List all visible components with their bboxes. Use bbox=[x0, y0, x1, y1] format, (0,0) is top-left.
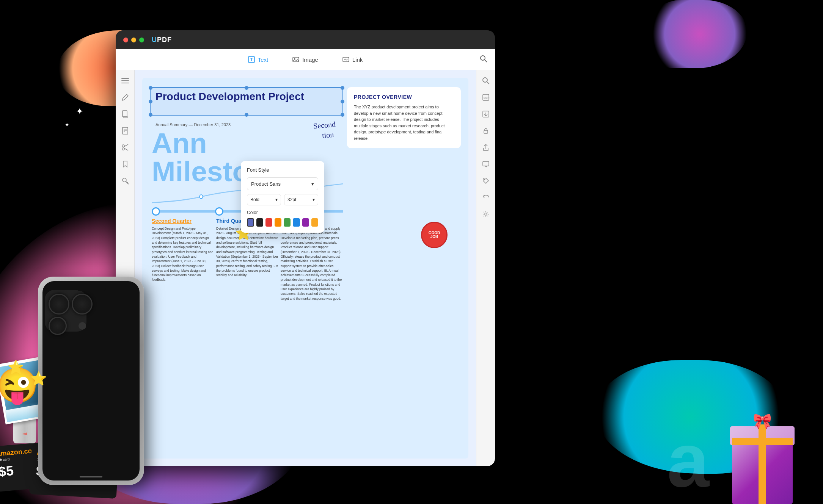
svg-rect-30 bbox=[483, 161, 489, 166]
project-title: Product Development Project bbox=[155, 91, 341, 103]
svg-rect-8 bbox=[121, 80, 129, 81]
power-bank-logo: mi bbox=[22, 432, 27, 436]
svg-point-5 bbox=[481, 56, 485, 60]
window-dot-minimize[interactable] bbox=[131, 38, 136, 42]
font-size-value: 32pt bbox=[287, 197, 296, 202]
right-sidebar-icon-share[interactable] bbox=[481, 142, 491, 152]
font-name-value: Product Sans bbox=[251, 181, 281, 187]
sparkle-1: ✦ bbox=[76, 106, 83, 117]
svg-rect-9 bbox=[121, 83, 129, 83]
annual-summary: Annual Summary — December 31, 2023 bbox=[155, 122, 231, 127]
pdf-page: Product Development Project Annual Summa… bbox=[142, 78, 468, 459]
right-sidebar-icon-tag[interactable] bbox=[481, 176, 491, 186]
right-sidebar-icon-refresh[interactable] bbox=[481, 193, 491, 202]
color-swatch-blue[interactable] bbox=[293, 218, 300, 227]
link-label: Link bbox=[352, 56, 363, 63]
svg-text:OCR: OCR bbox=[484, 97, 490, 99]
size-chevron: ▾ bbox=[313, 197, 315, 202]
selection-handle-tl[interactable] bbox=[149, 86, 152, 90]
color-swatch-red[interactable] bbox=[265, 218, 272, 227]
app-name-suffix: PDF bbox=[157, 36, 172, 44]
handwritten-second: Second bbox=[313, 120, 336, 130]
selection-handle-tm[interactable] bbox=[245, 86, 248, 90]
window-dot-fullscreen[interactable] bbox=[139, 38, 144, 42]
sidebar-icon-scissors[interactable] bbox=[120, 142, 130, 152]
gift-box: 🎀 bbox=[732, 428, 793, 504]
svg-point-33 bbox=[199, 195, 203, 199]
sidebar-icon-bookmark[interactable] bbox=[120, 159, 130, 169]
app-name: UPDF bbox=[152, 36, 172, 44]
toolbar-text-btn[interactable]: T Text bbox=[243, 54, 273, 65]
selection-handle-br[interactable] bbox=[341, 113, 344, 117]
large-bg-text: AnnMilesto bbox=[152, 129, 250, 186]
font-popup-title: Font Style bbox=[247, 167, 318, 173]
font-name-select[interactable]: Product Sans ▾ bbox=[247, 177, 318, 190]
image-label: Image bbox=[302, 56, 318, 63]
sidebar-icon-edit[interactable] bbox=[120, 92, 130, 102]
window-controls bbox=[123, 38, 144, 42]
camera-lens-2 bbox=[72, 294, 93, 315]
right-sidebar-icon-download[interactable] bbox=[481, 109, 491, 119]
color-swatch-indigo[interactable] bbox=[247, 218, 254, 227]
timeline-dot-1 bbox=[152, 207, 160, 216]
window-dot-close[interactable] bbox=[123, 38, 128, 42]
svg-rect-12 bbox=[123, 127, 128, 134]
font-style-value: Bold bbox=[250, 197, 259, 202]
right-sidebar-icon-search[interactable] bbox=[481, 76, 491, 86]
color-swatches bbox=[247, 218, 318, 227]
flash bbox=[79, 322, 86, 330]
good-job-line2: JOB bbox=[430, 235, 438, 239]
camera-lens-3 bbox=[49, 317, 67, 335]
bg-blob-purple-top-right bbox=[652, 0, 747, 68]
svg-text:T: T bbox=[250, 58, 253, 62]
svg-rect-10 bbox=[123, 111, 127, 117]
right-sidebar-icon-lock[interactable] bbox=[481, 126, 491, 136]
star-left: ⭐ bbox=[8, 360, 24, 375]
color-swatch-yellow[interactable] bbox=[311, 218, 318, 227]
project-overview-text: The XYZ product development project aims… bbox=[354, 104, 454, 141]
sidebar-icon-menu[interactable] bbox=[120, 76, 130, 86]
selection-handle-ml[interactable] bbox=[149, 100, 152, 103]
font-select-chevron: ▾ bbox=[311, 181, 314, 187]
image-icon bbox=[292, 56, 299, 63]
sidebar-icon-pages[interactable] bbox=[120, 109, 130, 119]
subtitle-text: Annual Summary bbox=[155, 122, 187, 127]
color-swatch-orange[interactable] bbox=[275, 218, 281, 227]
subtitle-sep: — bbox=[188, 122, 194, 127]
timeline-dot-2 bbox=[215, 207, 223, 216]
svg-point-31 bbox=[484, 179, 485, 180]
selection-handle-tr[interactable] bbox=[341, 86, 344, 90]
svg-point-3 bbox=[294, 58, 295, 59]
svg-line-18 bbox=[124, 144, 128, 147]
date-text: December 31, 2023 bbox=[194, 122, 231, 127]
right-sidebar-icon-settings[interactable] bbox=[481, 209, 491, 219]
phone-notch bbox=[76, 283, 106, 291]
toolbar-link-btn[interactable]: Link bbox=[338, 54, 368, 65]
title-bar: UPDF bbox=[116, 30, 495, 49]
toolbar-search-btn[interactable] bbox=[480, 55, 487, 64]
right-sidebar-icon-comment[interactable] bbox=[481, 159, 491, 169]
toolbar-image-btn[interactable]: Image bbox=[288, 54, 323, 65]
right-sidebar-icon-ocr[interactable]: OCR bbox=[481, 92, 491, 102]
color-swatch-purple[interactable] bbox=[302, 218, 309, 227]
color-swatch-black[interactable] bbox=[256, 218, 263, 227]
font-size-select[interactable]: 32pt ▾ bbox=[284, 194, 318, 205]
svg-rect-2 bbox=[293, 57, 299, 62]
svg-point-23 bbox=[483, 78, 487, 82]
sidebar-icon-doc[interactable] bbox=[120, 126, 130, 136]
toolbar: T Text Image Link bbox=[116, 49, 495, 70]
svg-rect-29 bbox=[484, 130, 488, 133]
selection-handle-bm[interactable] bbox=[245, 113, 248, 117]
app-name-prefix: U bbox=[152, 36, 157, 44]
pdf-content: Product Development Project Annual Summa… bbox=[135, 70, 476, 466]
sidebar-icon-key[interactable] bbox=[120, 176, 130, 186]
phone-mockup bbox=[38, 277, 144, 485]
bg-letter-a: a bbox=[667, 417, 709, 504]
font-style-select[interactable]: Bold ▾ bbox=[247, 194, 281, 205]
q2-text: Concept Design and Prototype Development… bbox=[152, 226, 214, 282]
camera-lens-1 bbox=[49, 294, 69, 315]
home-indicator bbox=[80, 476, 102, 477]
quarter-2: Second Quarter ⭐ Concept Design and Prot… bbox=[152, 218, 214, 301]
color-swatch-green[interactable] bbox=[284, 218, 291, 227]
selection-handle-bl[interactable] bbox=[149, 113, 152, 117]
